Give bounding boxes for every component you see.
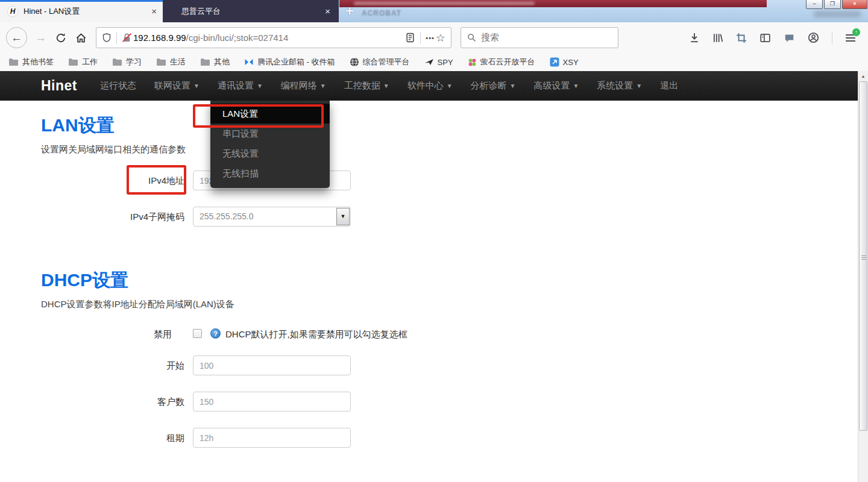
nav-items: 运行状态 联网设置▼ 通讯设置▼ 编程网络▼ 工控数据▼ 软件中心▼ 分析诊断▼… (100, 80, 678, 92)
folder-icon (68, 58, 78, 66)
bookmark-label: 生活 (170, 57, 186, 67)
home-button[interactable] (75, 32, 87, 43)
nav-label: 联网设置 (154, 80, 190, 92)
nav-item-logout[interactable]: 退出 (660, 80, 678, 92)
reader-mode-icon[interactable] (405, 33, 415, 43)
bookmark-admin-platform[interactable]: 综合管理平台 (350, 57, 410, 67)
nav-item-industrial-data[interactable]: 工控数据▼ (344, 80, 389, 92)
chevron-down-icon: ▼ (510, 83, 516, 89)
ezviz-flower-icon (468, 58, 477, 67)
ipv4-netmask-label: IPv4子网掩码 (41, 207, 184, 227)
dropdown-item-wireless-scan[interactable]: 无线扫描 (210, 163, 330, 183)
globe-icon (350, 57, 359, 67)
dhcp-disable-checkbox[interactable] (193, 329, 202, 338)
bookmark-folder-other-bookmarks[interactable]: 其他书签 (8, 57, 54, 67)
page-actions-icon[interactable]: ••• (426, 34, 435, 42)
sidebar-button[interactable] (760, 33, 771, 43)
bookmark-ezviz[interactable]: 萤石云开放平台 (468, 57, 535, 67)
bg-window-close-button[interactable]: × (842, 0, 867, 9)
forward-button[interactable]: → (35, 31, 46, 45)
update-badge-icon: ↑ (852, 28, 860, 36)
nav-item-comm-settings[interactable]: 通讯设置▼ (218, 80, 263, 92)
reload-button[interactable] (55, 33, 66, 43)
nav-label: 分析诊断 (471, 80, 507, 92)
feedback-button[interactable] (784, 33, 795, 43)
chevron-down-icon: ▼ (573, 83, 579, 89)
nav-item-prog-network[interactable]: 编程网络▼ (281, 80, 326, 92)
bookmark-spy[interactable]: SPY (424, 57, 453, 67)
tab-close-icon[interactable]: × (151, 7, 157, 16)
bookmark-folder-work[interactable]: 工作 (68, 57, 98, 67)
nav-item-run-status[interactable]: 运行状态 (100, 80, 136, 92)
menu-button[interactable]: ↑ (845, 33, 856, 43)
help-icon: ? (210, 328, 221, 339)
blue-arrow-square-icon (550, 57, 559, 67)
folder-icon (200, 58, 210, 66)
library-button[interactable] (712, 33, 723, 43)
lan-section-subtitle: 设置网关局域网端口相关的通信参数 (41, 144, 186, 155)
url-bar[interactable]: 192.168.9.99/cgi-bin/luci/;stok=027414 •… (96, 27, 451, 48)
bookmark-xsy[interactable]: XSY (550, 57, 579, 67)
bookmark-star-icon[interactable]: ☆ (436, 31, 445, 45)
screenshot-button[interactable] (736, 33, 747, 43)
dhcp-clients-label: 客户数 (41, 392, 184, 412)
netmask-value: 255.255.255.0 (200, 211, 254, 221)
divider (832, 31, 832, 45)
url-text[interactable]: 192.168.9.99/cgi-bin/luci/;stok=027414 (133, 33, 405, 43)
background-window-titlebar (339, 0, 767, 7)
nav-item-advanced-settings[interactable]: 高级设置▼ (533, 80, 579, 92)
bookmark-folder-study[interactable]: 学习 (112, 57, 142, 67)
divider (116, 32, 117, 44)
dhcp-lease-input[interactable] (193, 428, 351, 448)
nav-label: 退出 (660, 80, 678, 92)
nav-item-system-settings[interactable]: 系统设置▼ (597, 80, 642, 92)
dropdown-item-wireless[interactable]: 无线设置 (210, 143, 330, 163)
nav-item-network-settings[interactable]: 联网设置▼ (154, 80, 200, 92)
nav-label: 工控数据 (344, 80, 380, 92)
nav-item-software-center[interactable]: 软件中心▼ (407, 80, 453, 92)
tab-hinet[interactable]: H Hinet - LAN设置 × (0, 0, 163, 22)
downloads-button[interactable] (689, 33, 700, 43)
tab-sipu-cloud[interactable]: 思普云平台 × (163, 0, 339, 22)
bg-window-maximize-button[interactable]: ❐ (824, 0, 841, 9)
folder-icon (112, 58, 122, 66)
scrollbar-up-arrow-icon[interactable]: ▲ (858, 71, 868, 81)
url-path: /cgi-bin/luci/;stok=027414 (186, 33, 289, 43)
bookmark-folder-misc[interactable]: 其他 (200, 57, 230, 67)
nav-label: 高级设置 (533, 80, 570, 92)
folder-icon (8, 58, 19, 66)
dhcp-section-subtitle: DHCP设置参数将IP地址分配给局域网(LAN)设备 (41, 299, 234, 310)
chevron-down-icon: ▼ (341, 207, 346, 226)
nav-label: 运行状态 (100, 80, 136, 92)
new-tab-button[interactable]: + (342, 2, 357, 19)
bookmark-tencent-mail[interactable]: 腾讯企业邮箱 - 收件箱 (244, 57, 335, 67)
insecure-lock-icon[interactable] (122, 33, 132, 43)
back-button[interactable]: ← (6, 27, 27, 48)
dhcp-section-title: DHCP设置 (41, 268, 128, 293)
account-button[interactable] (808, 32, 819, 43)
tab-close-icon[interactable]: × (325, 7, 330, 16)
bg-window-minimize-button[interactable]: – (806, 0, 823, 9)
select-dropdown-button[interactable]: ▼ (336, 208, 350, 225)
chevron-down-icon: ▼ (447, 83, 453, 89)
bookmark-label: 萤石云开放平台 (480, 57, 535, 67)
ipv4-netmask-select[interactable]: 255.255.255.0 ▼ (193, 207, 351, 227)
nav-item-analysis-diagnosis[interactable]: 分析诊断▼ (471, 80, 516, 92)
scrollbar-thumb[interactable] (859, 81, 867, 431)
speech-bubble-icon (784, 33, 795, 43)
dhcp-start-label: 开始 (41, 355, 184, 375)
account-person-icon (808, 32, 819, 43)
dhcp-clients-input[interactable] (193, 392, 351, 412)
bookmarks-bar: 其他书签 工作 学习 生活 其他 (0, 53, 868, 71)
brand-logo[interactable]: Hinet (41, 78, 77, 94)
nav-label: 编程网络 (281, 80, 317, 92)
chevron-down-icon: ▼ (383, 83, 389, 89)
site-navbar: Hinet 运行状态 联网设置▼ 通讯设置▼ 编程网络▼ 工控数据▼ 软件中心▼… (0, 71, 858, 101)
toolbar-right-icons: ↑ (689, 31, 862, 45)
bookmark-folder-life[interactable]: 生活 (156, 57, 186, 67)
dhcp-start-input[interactable] (193, 355, 351, 375)
scrollbar-track[interactable]: ▲ (858, 71, 868, 482)
tracking-shield-icon[interactable] (102, 33, 112, 43)
search-bar[interactable]: 搜索 (461, 27, 618, 48)
tab-title: Hinet - LAN设置 (24, 6, 148, 17)
